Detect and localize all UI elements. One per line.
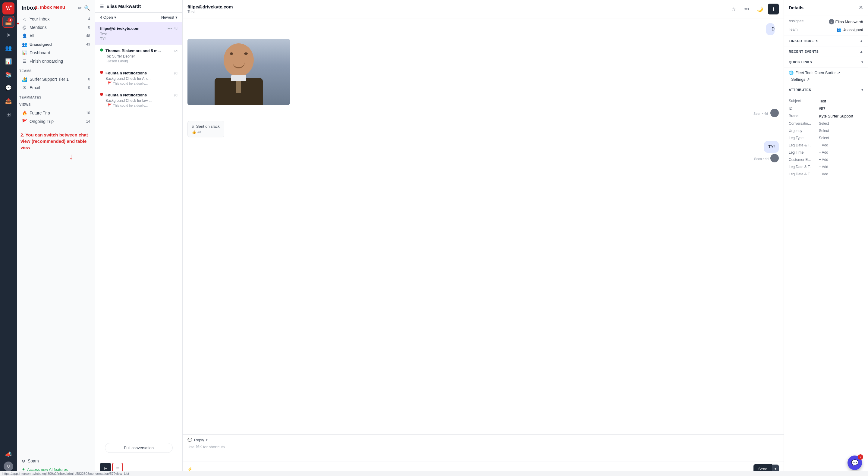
conv-item-preview: | 🚩 This could be a duplic... <box>105 81 178 85</box>
dashboard-icon: 📊 <box>22 50 27 55</box>
status-dot-red <box>100 93 103 96</box>
slack-msg-label: Sent on slack <box>196 124 220 129</box>
attr-leg-date-2-add[interactable]: + Add <box>819 165 863 169</box>
conv-item-name: filipe@drivekyte.com <box>100 26 139 31</box>
attr-leg-type-select[interactable]: Select <box>819 136 863 140</box>
attr-leg-date-3-add[interactable]: + Add <box>819 172 863 176</box>
email-count: 0 <box>88 86 90 90</box>
sidebar-item-unassigned[interactable]: 👥 Unassigned 43 <box>19 40 93 49</box>
unassigned-count: 43 <box>86 42 90 46</box>
star-btn[interactable]: ☆ <box>728 4 739 14</box>
sidebar-item-dashboard[interactable]: 📊 Dashboard <box>19 49 93 57</box>
attr-leg-time-add[interactable]: + Add <box>819 150 863 155</box>
linked-tickets-chevron: ▲ <box>860 39 863 43</box>
search-icon[interactable]: 🔍 <box>84 5 90 11</box>
contacts-nav-btn[interactable]: 👥 <box>2 42 14 54</box>
filter-newest-btn[interactable]: Newest ▾ <box>161 15 178 20</box>
knowledge-nav-btn[interactable]: 📚 <box>2 69 14 81</box>
conversation-main: filipe@drivekyte.com Test ☆ ••• 🌙 ⬇ :D <box>183 0 784 476</box>
details-panel: Details ✕ Assignee E Elias Markwardt Tea… <box>784 0 868 476</box>
message-bubble: :D <box>766 23 775 35</box>
sidebar-item-spam[interactable]: ⊘ Spam <box>19 457 93 465</box>
inbox-nav-btn[interactable]: 📥 4 <box>2 16 14 28</box>
teammates-label: TEAMMATES <box>17 93 95 100</box>
sidebar-label-spam: Spam <box>28 458 39 463</box>
attributes-label: ATTRIBUTES <box>789 88 811 92</box>
quick-links-section[interactable]: QUICK LINKS ▾ <box>784 57 868 67</box>
settings-link[interactable]: Settings ↗ <box>791 77 810 82</box>
conv-item[interactable]: Thomas Blakemore and 5 m... 6d Re: Surfe… <box>95 45 182 67</box>
details-assignee-section: Assignee E Elias Markwardt Team 👥 Unassi… <box>784 15 868 36</box>
reply-input[interactable]: Use ⌘K for shortcuts <box>183 443 784 462</box>
conv-item-name: Thomas Blakemore and 5 m... <box>105 49 161 53</box>
attr-subject: Subject Test <box>789 99 863 103</box>
conv-item[interactable]: filipe@drivekyte.com ••• 4d Test TY! <box>95 22 182 45</box>
conv-messages: :D Seen • 4d <box>183 19 784 435</box>
sender-avatar-sent <box>770 154 779 162</box>
onboarding-icon: ☰ <box>22 59 27 64</box>
announce-nav-btn[interactable]: 📣 <box>2 448 14 460</box>
snooze-btn[interactable]: 🌙 <box>755 4 766 14</box>
attr-urgency: Urgency Select <box>789 129 863 133</box>
conv-item-subject: Re: Surfer Debrief <box>105 54 178 58</box>
outbound-nav-btn[interactable]: 📤 <box>2 95 14 107</box>
filter-open-btn[interactable]: 4 Open ▾ <box>100 15 116 20</box>
recent-events-section[interactable]: RECENT EVENTS ▲ <box>784 46 868 57</box>
sidebar-item-all[interactable]: 👤 All 48 <box>19 32 93 40</box>
compose-icon[interactable]: ✏ <box>78 5 82 11</box>
reply-chevron-icon[interactable]: ▾ <box>206 438 208 442</box>
sidebar-item-ongoing-trip[interactable]: 🚩 Ongoing Trip 14 <box>19 117 93 126</box>
attr-customer-e-add[interactable]: + Add <box>819 158 863 162</box>
close-icon[interactable]: ✕ <box>859 4 863 11</box>
attr-conversation-select[interactable]: Select <box>819 121 863 126</box>
conv-item-preview: | 🚩 This could be a duplic... <box>105 103 178 107</box>
conv-item[interactable]: Fountain Notifications 9d Background Che… <box>95 67 182 89</box>
pull-conversation-btn[interactable]: Pull conversation <box>105 443 173 453</box>
conv-subject: Test <box>187 9 233 14</box>
attr-leg-type: Leg Type Select <box>789 136 863 140</box>
sidebar-item-surfer-support[interactable]: 🏄 Surfer Support Tier 1 0 <box>19 75 93 84</box>
conv-item-preview: TY! <box>100 37 178 41</box>
your-inbox-icon: ◁ <box>22 17 27 21</box>
attr-customer-e: Customer E... + Add <box>789 158 863 162</box>
surfer-count: 0 <box>88 77 90 81</box>
navigate-nav-btn[interactable]: ➤ <box>2 29 14 41</box>
download-btn[interactable]: ⬇ <box>768 4 779 14</box>
apps-nav-btn[interactable]: ⊞ <box>2 108 14 121</box>
conv-item-time: 9d <box>174 71 178 75</box>
more-btn[interactable]: ••• <box>741 4 752 14</box>
app-logo[interactable]: W 4 <box>2 2 14 14</box>
sidebar-item-onboarding[interactable]: ☰ Finish onboarding <box>19 57 93 65</box>
support-chat-btn[interactable]: 💬 2 <box>847 455 862 470</box>
attr-leg-date-2: Leg Date & T... + Add <box>789 165 863 169</box>
logo-badge: 4 <box>8 4 13 8</box>
sidebar-item-future-trip[interactable]: 🔥 Future Trip 10 <box>19 109 93 117</box>
reports-nav-btn[interactable]: 📊 <box>2 56 14 67</box>
linked-tickets-section[interactable]: LINKED TICKETS ▲ <box>784 36 868 46</box>
attr-urgency-select[interactable]: Select <box>819 129 863 133</box>
status-dot-red <box>100 71 103 74</box>
conv-item-time: 6d <box>174 49 178 53</box>
details-header: Details ✕ <box>784 0 868 15</box>
user-avatar[interactable]: U <box>4 462 13 471</box>
mentions-icon: @ <box>22 25 27 30</box>
sidebar-label-your-inbox: Your Inbox <box>30 17 50 21</box>
url-bar: https://app.intercom.a/inbox/qil809u2/in… <box>0 471 868 476</box>
surfer-icon: 🏄 <box>22 77 27 82</box>
sidebar-item-mentions[interactable]: @ Mentions 0 <box>19 23 93 32</box>
sidebar-item-email[interactable]: ✉ Email 0 <box>19 84 93 92</box>
conv-item[interactable]: Fountain Notifications 9d Background Che… <box>95 89 182 111</box>
conv-item-more-btn[interactable]: ••• <box>167 26 172 31</box>
sidebar-item-your-inbox[interactable]: ◁ Your Inbox 4 <box>19 15 93 23</box>
attr-leg-date-1-add[interactable]: + Add <box>819 143 863 147</box>
globe-icon: 🌐 <box>789 70 794 75</box>
chat-nav-btn[interactable]: 💬 <box>2 82 14 94</box>
sidebar-label-email: Email <box>30 85 40 90</box>
assignee-label: Assignee <box>789 19 813 23</box>
sidebar-title: Inbox <box>22 5 36 11</box>
teams-label: TEAMS <box>17 67 95 74</box>
slack-message: # Sent on slack 👍 4d <box>187 121 224 137</box>
fleet-tool-link[interactable]: 🌐 Fleet Tool: Open Surfer ↗ <box>789 70 863 75</box>
reply-area: 💬 Reply ▾ Use ⌘K for shortcuts ⚡ Send ▾ <box>183 435 784 476</box>
attributes-section[interactable]: ATTRIBUTES ▾ <box>784 85 868 95</box>
